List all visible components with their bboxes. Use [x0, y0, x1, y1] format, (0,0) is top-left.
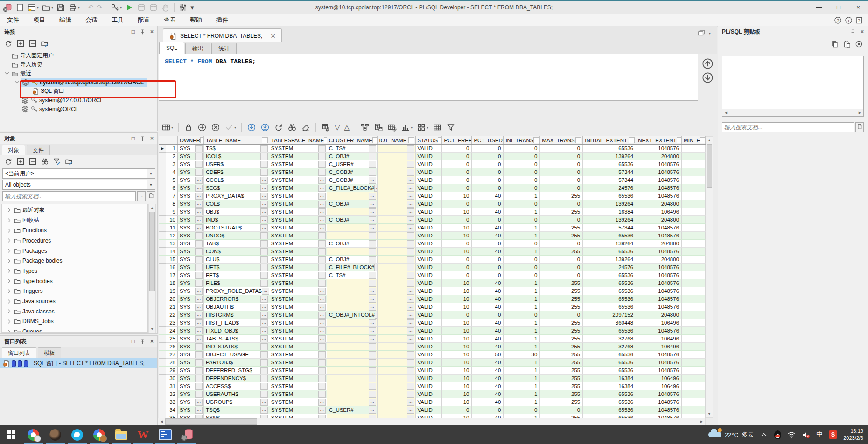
cell-owner[interactable]: SYS…	[178, 343, 204, 351]
cell-status[interactable]: VALID	[416, 406, 442, 414]
cell-initial_extent[interactable]: 65536	[583, 192, 636, 200]
cell-iot_name[interactable]: …	[378, 382, 416, 390]
cell-min_extents[interactable]	[682, 232, 706, 240]
cell-ini_trans[interactable]: 1	[504, 382, 540, 390]
cell-pct_used[interactable]: 0	[472, 153, 504, 160]
cell-ellipsis-button[interactable]: …	[369, 145, 376, 152]
cell-ellipsis-button[interactable]: …	[318, 145, 326, 152]
cell-initial_extent[interactable]: 65536	[583, 398, 636, 406]
object-tree-item[interactable]: 最近对象	[2, 205, 147, 215]
cell-table_name[interactable]: ICOL$…	[204, 153, 269, 160]
cell-tablespace_name[interactable]: SYSTEM…	[269, 406, 327, 414]
cell-ellipsis-button[interactable]: …	[318, 264, 326, 271]
cell-ellipsis-button[interactable]: …	[407, 296, 414, 303]
insert-record-button[interactable]	[196, 122, 208, 133]
cell-pct_used[interactable]: 0	[472, 271, 504, 279]
cell-tablespace_name[interactable]: SYSTEM…	[269, 264, 327, 271]
cell-initial_extent[interactable]: 57344	[583, 168, 636, 176]
refresh-results-button[interactable]	[273, 122, 284, 133]
cell-pct_free[interactable]: 10	[442, 192, 472, 200]
cell-ellipsis-button[interactable]: …	[407, 169, 414, 176]
cell-table_name[interactable]: IND_STATS$…	[204, 343, 269, 351]
chevron-right-icon[interactable]	[6, 207, 13, 214]
cell-tablespace_name[interactable]: SYSTEM…	[269, 375, 327, 382]
row-number-cell[interactable]: 18	[166, 279, 178, 287]
close-panel-icon[interactable]: ×	[150, 29, 154, 35]
cell-initial_extent[interactable]: 57344	[583, 176, 636, 184]
cell-pct_free[interactable]: 10	[442, 248, 472, 256]
cell-min_extents[interactable]	[682, 160, 706, 168]
search-doc-button[interactable]	[855, 122, 864, 132]
cell-ini_trans[interactable]: 0	[504, 160, 540, 168]
cell-ellipsis-button[interactable]: …	[407, 208, 414, 215]
cell-iot_name[interactable]: …	[378, 271, 416, 279]
chevron-right-icon[interactable]	[6, 247, 13, 254]
cell-ellipsis-button[interactable]: …	[407, 145, 414, 152]
cell-ellipsis-button[interactable]: …	[195, 415, 203, 418]
cell-ellipsis-button[interactable]: …	[260, 185, 268, 192]
cell-status[interactable]: VALID	[416, 248, 442, 256]
cell-next_extent[interactable]: 1048576	[636, 359, 682, 367]
cell-ini_trans[interactable]: 1	[504, 359, 540, 367]
cell-ellipsis-button[interactable]: …	[195, 351, 203, 358]
cell-max_trans[interactable]: 255	[540, 303, 583, 311]
cell-max_trans[interactable]: 255	[540, 359, 583, 367]
cell-tablespace_name[interactable]: SYSTEM…	[269, 145, 327, 153]
cell-pct_used[interactable]: 0	[472, 216, 504, 224]
cell-tablespace_name[interactable]: SYSTEM…	[269, 192, 327, 200]
row-marker-cell[interactable]	[159, 375, 166, 382]
cell-min_extents[interactable]	[682, 295, 706, 303]
cell-pct_used[interactable]: 0	[472, 200, 504, 208]
cell-cluster_name[interactable]: …	[327, 414, 378, 418]
cell-pct_free[interactable]: 10	[442, 287, 472, 295]
scroll-right-icon[interactable]: ▶	[698, 420, 705, 423]
connection-tree-item[interactable]: system@10.tcp.cpolar.top:12917/ORCL	[0, 78, 157, 87]
pin-icon[interactable]	[140, 339, 146, 345]
cell-pct_used[interactable]: 40	[472, 319, 504, 327]
cell-tablespace_name[interactable]: SYSTEM…	[269, 327, 327, 335]
clear-results-button[interactable]	[300, 122, 311, 133]
preferences-button[interactable]	[177, 2, 189, 13]
cell-ellipsis-button[interactable]: …	[318, 216, 326, 223]
cell-ellipsis-button[interactable]: …	[260, 383, 268, 390]
cell-ellipsis-button[interactable]: …	[407, 319, 414, 326]
cell-ini_trans[interactable]: 1	[504, 295, 540, 303]
question-circle-icon[interactable]: ?	[834, 16, 842, 24]
window-layout-button[interactable]: ▾	[416, 122, 429, 133]
cell-initial_extent[interactable]: 65536	[583, 327, 636, 335]
cell-initial_extent[interactable]: 65536	[583, 359, 636, 367]
cell-next_extent[interactable]: 1048576	[636, 303, 682, 311]
cell-initial_extent[interactable]: 139264	[583, 256, 636, 264]
cell-owner[interactable]: SYS…	[178, 303, 204, 311]
delete-record-button[interactable]	[210, 122, 221, 133]
cell-tablespace_name[interactable]: SYSTEM…	[269, 160, 327, 168]
cell-iot_name[interactable]: …	[378, 319, 416, 327]
row-marker-cell[interactable]	[159, 200, 166, 208]
cell-ellipsis-button[interactable]: …	[369, 335, 376, 342]
fetch-last-page-button[interactable]	[259, 122, 271, 133]
cell-ellipsis-button[interactable]: …	[369, 201, 376, 208]
cell-ellipsis-button[interactable]: …	[407, 264, 414, 271]
cell-owner[interactable]: SYS…	[178, 168, 204, 176]
cell-cluster_name[interactable]: …	[327, 382, 378, 390]
row-marker-cell[interactable]	[159, 264, 166, 271]
cell-ellipsis-button[interactable]: …	[407, 177, 414, 184]
row-number-cell[interactable]: 3	[166, 160, 178, 168]
cell-tablespace_name[interactable]: SYSTEM…	[269, 176, 327, 184]
cell-next_extent[interactable]: 1048576	[636, 224, 682, 232]
cell-initial_extent[interactable]: 65536	[583, 279, 636, 287]
grid-options-button[interactable]	[432, 122, 443, 133]
cell-tablespace_name[interactable]: SYSTEM…	[269, 367, 327, 375]
cell-status[interactable]: VALID	[416, 224, 442, 232]
cell-ellipsis-button[interactable]: …	[407, 407, 414, 414]
cell-next_extent[interactable]: 106496	[636, 335, 682, 343]
cell-owner[interactable]: SYS…	[178, 319, 204, 327]
row-marker-cell[interactable]	[159, 160, 166, 168]
cell-iot_name[interactable]: …	[378, 160, 416, 168]
cell-status[interactable]: VALID	[416, 375, 442, 382]
cell-pct_used[interactable]: 0	[472, 184, 504, 192]
chevron-right-icon[interactable]	[6, 328, 13, 333]
cell-ellipsis-button[interactable]: …	[369, 383, 376, 390]
cell-max_trans[interactable]: 255	[540, 335, 583, 343]
cell-ellipsis-button[interactable]: …	[369, 240, 376, 247]
